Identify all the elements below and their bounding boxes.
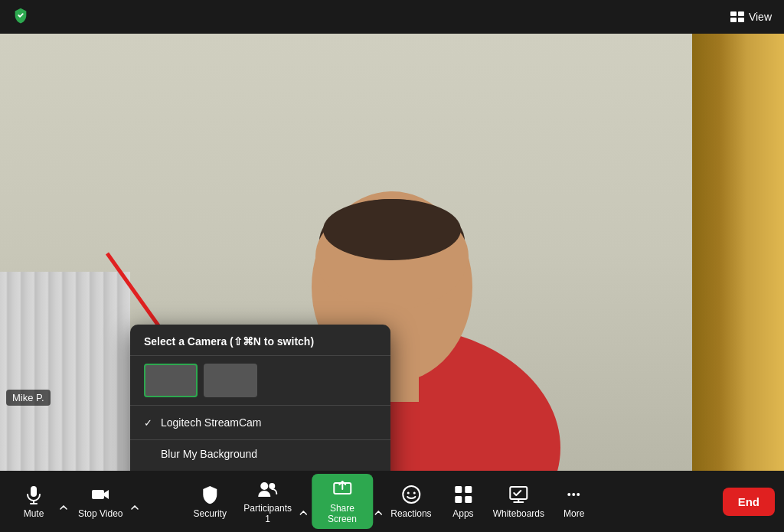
security-button[interactable]: Security — [185, 479, 234, 524]
end-button[interactable]: End — [723, 488, 775, 516]
mute-label: Mute — [24, 508, 44, 519]
check-icon: ✓ — [144, 417, 155, 429]
svg-rect-3 — [738, 18, 744, 22]
chevron-up-icon-4 — [374, 511, 382, 515]
share-screen-label: Share Screen — [321, 503, 364, 524]
camera-preview-2[interactable] — [204, 364, 257, 397]
security-icon — [199, 484, 220, 505]
more-button[interactable]: More — [550, 479, 599, 524]
mic-icon — [23, 484, 44, 505]
video-caret[interactable] — [129, 505, 140, 510]
svg-point-8 — [323, 199, 461, 260]
participant-name-badge: Mike P. — [6, 390, 51, 406]
dropdown-items: ✓ Logitech StreamCam Blur My Background … — [130, 406, 390, 471]
chevron-up-icon — [60, 505, 67, 510]
participants-button[interactable]: Participants 1 — [237, 474, 298, 529]
video-group: Stop Video — [72, 479, 140, 524]
security-label: Security — [194, 508, 227, 519]
svg-rect-22 — [455, 486, 462, 493]
svg-rect-2 — [730, 18, 737, 22]
reactions-button[interactable]: Reactions — [387, 479, 436, 524]
svg-rect-0 — [730, 11, 737, 16]
door-frame — [692, 34, 784, 471]
stop-video-button[interactable]: Stop Video — [72, 479, 129, 524]
participants-icon — [257, 478, 279, 500]
svg-point-31 — [577, 493, 580, 496]
mute-caret[interactable] — [58, 505, 69, 510]
reactions-label: Reactions — [390, 508, 431, 519]
camera-dropdown[interactable]: Select a Camera (⇧⌘N to switch) ✓ Logite… — [130, 325, 390, 471]
share-screen-caret[interactable] — [373, 511, 384, 515]
whiteboards-label: Whiteboards — [493, 508, 544, 519]
share-screen-group: Share Screen — [312, 474, 384, 529]
svg-point-21 — [413, 492, 415, 494]
dropdown-item-virtual-bg[interactable]: Choose Virtual Background... — [130, 468, 390, 471]
svg-point-29 — [568, 493, 571, 496]
svg-rect-23 — [465, 486, 472, 493]
svg-rect-15 — [92, 490, 104, 499]
camera-previews — [130, 356, 390, 406]
more-icon — [564, 484, 585, 505]
video-icon — [90, 484, 111, 505]
view-label: View — [749, 11, 772, 23]
mute-group: Mute — [9, 479, 69, 524]
svg-point-19 — [403, 486, 420, 503]
apps-button[interactable]: Apps — [439, 479, 488, 524]
more-label: More — [564, 508, 584, 519]
mute-button[interactable]: Mute — [9, 479, 58, 524]
svg-point-16 — [261, 482, 269, 490]
whiteboards-icon — [508, 484, 529, 505]
radiator — [0, 272, 130, 471]
apps-label: Apps — [452, 508, 473, 519]
top-bar: View — [0, 0, 784, 34]
video-area: Mike P. Select a Camera (⇧⌘N to switch) … — [0, 34, 784, 471]
stop-video-label: Stop Video — [78, 508, 123, 519]
participants-group: Participants 1 — [237, 474, 309, 529]
participants-caret[interactable] — [298, 511, 309, 515]
svg-point-17 — [270, 483, 276, 489]
svg-rect-25 — [465, 496, 472, 503]
toolbar-left: Mute Stop Video — [9, 479, 140, 524]
svg-rect-24 — [455, 496, 462, 503]
svg-rect-1 — [738, 11, 744, 16]
shield-status — [12, 7, 29, 27]
toolbar-right: End — [723, 488, 775, 516]
svg-rect-12 — [31, 486, 37, 497]
svg-point-20 — [407, 492, 409, 494]
camera-preview-1[interactable] — [144, 364, 198, 397]
dropdown-item-blur[interactable]: Blur My Background — [130, 439, 390, 468]
chevron-up-icon-3 — [299, 511, 307, 515]
apps-icon — [452, 484, 474, 505]
share-screen-button[interactable]: Share Screen — [312, 474, 373, 529]
toolbar-center: Security Participants 1 — [185, 474, 598, 529]
share-screen-icon — [332, 478, 353, 500]
svg-point-30 — [573, 493, 576, 496]
whiteboards-button[interactable]: Whiteboards — [491, 479, 547, 524]
participants-label: Participants 1 — [243, 503, 292, 524]
reactions-icon — [400, 484, 422, 505]
chevron-up-icon-2 — [131, 505, 139, 510]
dropdown-item-logitech[interactable]: ✓ Logitech StreamCam — [130, 409, 390, 436]
view-button[interactable]: View — [730, 11, 772, 23]
shield-icon — [12, 7, 29, 24]
toolbar: Mute Stop Video — [0, 471, 784, 532]
dropdown-title: Select a Camera (⇧⌘N to switch) — [130, 325, 390, 356]
